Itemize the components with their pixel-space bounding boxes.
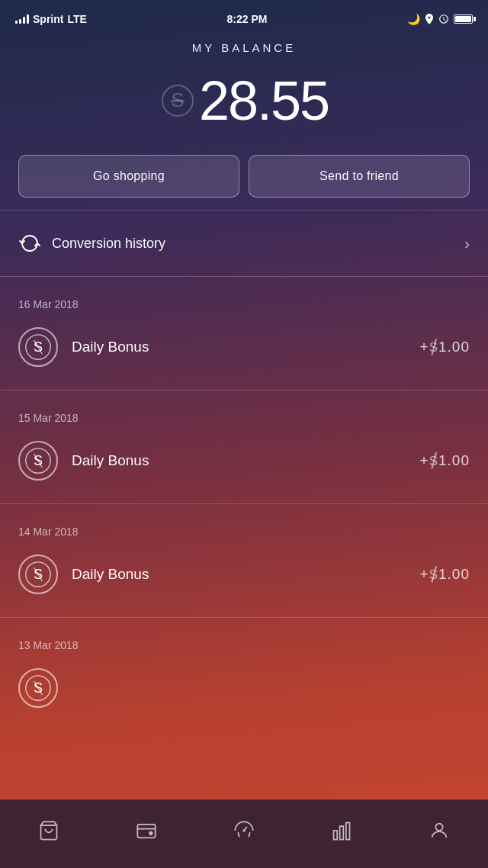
conversion-history-label: Conversion history <box>52 236 165 252</box>
transaction-list: 16 Mar 2018 S Daily Bonus +S1.00 15 Mar … <box>0 289 488 784</box>
svg-point-17 <box>242 829 246 832</box>
signal-icon <box>15 14 29 24</box>
person-icon <box>429 820 450 841</box>
divider-5 <box>0 617 488 618</box>
carrier-label: Sprint <box>33 13 63 25</box>
date-label-3: 13 Mar 2018 <box>0 630 488 657</box>
table-row: S Daily Bonus +S1.00 <box>0 430 488 491</box>
transaction-name-1: Daily Bonus <box>72 452 149 469</box>
status-bar: Sprint LTE 8:22 PM 🌙 <box>0 0 488 34</box>
action-buttons: Go shopping Send to friend <box>0 155 488 198</box>
transaction-amount-2: +S1.00 <box>420 566 470 583</box>
date-label-1: 15 Mar 2018 <box>0 403 488 430</box>
conversion-icon <box>18 232 41 255</box>
tab-bar <box>0 799 488 868</box>
coin-icon-0: S <box>18 327 58 367</box>
svg-point-21 <box>435 823 442 830</box>
coin-icon-3: S <box>18 668 58 708</box>
svg-rect-19 <box>340 826 344 840</box>
balance-display: S 28.55 <box>0 69 488 132</box>
divider-3 <box>0 390 488 391</box>
moon-icon: 🌙 <box>407 13 420 25</box>
coin-icon-1: S <box>18 441 58 481</box>
date-label-0: 16 Mar 2018 <box>0 289 488 317</box>
status-right: 🌙 <box>407 13 473 25</box>
transaction-amount-0: +S1.00 <box>420 339 470 355</box>
svg-point-16 <box>149 831 152 834</box>
speedometer-icon <box>233 820 255 841</box>
tab-profile[interactable] <box>429 820 450 849</box>
divider-2 <box>0 276 488 277</box>
wallet-icon <box>136 820 157 841</box>
send-to-friend-button[interactable]: Send to friend <box>249 155 470 198</box>
tab-wallet[interactable] <box>136 820 157 849</box>
shopping-bag-icon <box>38 820 59 841</box>
conversion-history-row[interactable]: Conversion history › <box>0 223 488 264</box>
table-row: S Daily Bonus +S1.00 <box>0 317 488 378</box>
tab-dashboard[interactable] <box>233 820 255 849</box>
page-title: MY BALANCE <box>0 41 488 54</box>
bar-chart-icon <box>331 820 352 841</box>
network-label: LTE <box>67 13 86 25</box>
divider-1 <box>0 210 488 211</box>
tab-shopping[interactable] <box>38 820 59 849</box>
table-row: S <box>0 657 488 784</box>
battery-icon <box>454 14 473 24</box>
alarm-icon <box>438 14 449 24</box>
currency-icon: S <box>159 82 196 119</box>
date-label-2: 14 Mar 2018 <box>0 516 488 544</box>
coin-icon-2: S <box>18 555 58 594</box>
tab-chart[interactable] <box>331 820 352 849</box>
svg-rect-20 <box>346 822 350 839</box>
svg-text:S: S <box>171 88 184 111</box>
balance-amount: 28.55 <box>199 69 329 132</box>
table-row: S Daily Bonus +S1.00 <box>0 544 488 605</box>
transaction-name-0: Daily Bonus <box>72 339 149 355</box>
chevron-right-icon: › <box>464 235 470 252</box>
time-label: 8:22 PM <box>226 13 267 25</box>
divider-4 <box>0 503 488 504</box>
svg-rect-15 <box>137 824 155 837</box>
status-left: Sprint LTE <box>15 13 87 25</box>
transaction-name-2: Daily Bonus <box>72 566 149 583</box>
go-shopping-button[interactable]: Go shopping <box>18 155 239 198</box>
svg-rect-18 <box>334 831 338 840</box>
location-icon <box>425 14 434 24</box>
transaction-amount-1: +S1.00 <box>420 452 470 469</box>
